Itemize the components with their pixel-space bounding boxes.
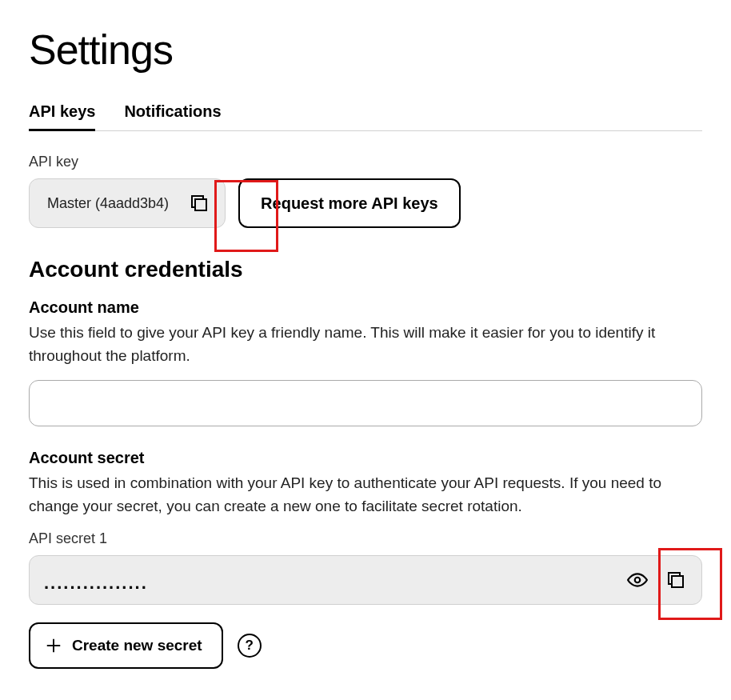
account-secret-description: This is used in combination with your AP…: [29, 472, 702, 518]
account-name-label: Account name: [29, 298, 702, 317]
copy-icon: [666, 570, 685, 590]
copy-icon: [190, 194, 209, 213]
api-key-label: API key: [29, 154, 702, 170]
api-key-row: Master (4aadd3b4) Request more API keys: [29, 178, 702, 228]
tabs: API keys Notifications: [29, 102, 702, 131]
request-more-api-keys-button[interactable]: Request more API keys: [238, 178, 461, 228]
account-credentials-heading: Account credentials: [29, 257, 702, 282]
page-title: Settings: [29, 26, 702, 74]
secret-actions: Create new secret ?: [29, 622, 702, 669]
account-name-input[interactable]: [29, 380, 702, 426]
api-secret-1-value: ................: [44, 566, 618, 594]
tab-api-keys[interactable]: API keys: [29, 102, 95, 130]
account-name-description: Use this field to give your API key a fr…: [29, 322, 702, 367]
question-mark-icon: ?: [245, 638, 253, 654]
api-key-selector[interactable]: Master (4aadd3b4): [29, 178, 226, 228]
plus-icon: [45, 637, 62, 654]
account-secret-block: Account secret This is used in combinati…: [29, 449, 702, 669]
create-new-secret-button[interactable]: Create new secret: [29, 622, 223, 669]
account-secret-label: Account secret: [29, 449, 702, 467]
svg-point-2: [635, 578, 641, 583]
create-new-secret-label: Create new secret: [72, 637, 202, 654]
copy-api-key-button[interactable]: [180, 184, 218, 222]
api-secret-1-label: API secret 1: [29, 530, 702, 547]
tab-notifications[interactable]: Notifications: [124, 102, 221, 130]
eye-icon: [627, 570, 648, 590]
copy-secret-button[interactable]: [657, 561, 695, 599]
api-key-selected: Master (4aadd3b4): [47, 195, 180, 212]
api-secret-1-row: ................: [29, 555, 702, 605]
help-button[interactable]: ?: [238, 634, 262, 658]
svg-rect-4: [672, 576, 683, 587]
reveal-secret-button[interactable]: [618, 561, 657, 599]
svg-rect-1: [195, 199, 206, 210]
account-name-block: Account name Use this field to give your…: [29, 298, 702, 426]
